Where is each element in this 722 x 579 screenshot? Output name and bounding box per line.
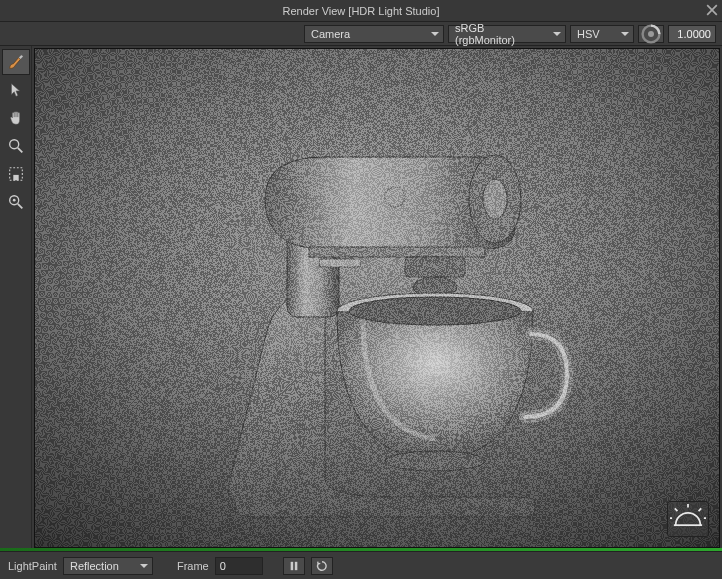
chevron-down-icon [140,564,148,568]
close-icon[interactable] [706,4,718,16]
svg-rect-4 [13,175,18,180]
brush-tool[interactable] [2,49,30,75]
zoom-tool[interactable] [2,133,30,159]
colorspace-dropdown-label: sRGB (rgbMonitor) [455,22,547,46]
svg-point-6 [13,199,16,202]
hand-tool[interactable] [2,105,30,131]
svg-point-2 [10,140,19,149]
render-noise [35,49,719,547]
pause-button[interactable] [283,557,305,575]
lightpaint-mode-value: Reflection [70,560,119,572]
camera-dropdown[interactable]: Camera [304,25,444,43]
svg-line-19 [675,508,678,511]
lightpaint-mode-dropdown[interactable]: Reflection [63,557,153,575]
svg-point-1 [648,31,654,37]
pointer-tool[interactable] [2,77,30,103]
left-toolbar [0,46,32,548]
frame-label: Frame [177,560,209,572]
render-viewport[interactable] [34,48,720,548]
svg-rect-24 [295,561,298,569]
top-toolbar: Camera sRGB (rgbMonitor) HSV [0,22,722,46]
sun-overlay-button[interactable] [667,501,709,537]
mode-label: LightPaint [8,560,57,572]
camera-dropdown-label: Camera [311,28,350,40]
chevron-down-icon [553,32,561,36]
colormode-dropdown[interactable]: HSV [570,25,634,43]
chevron-down-icon [431,32,439,36]
refresh-button[interactable] [311,557,333,575]
exposure-input[interactable] [668,25,716,43]
color-picker-button[interactable] [638,25,664,43]
bottom-toolbar: LightPaint Reflection Frame [0,551,722,579]
titlebar: Render View [HDR Light Studio] [0,0,722,22]
chevron-down-icon [621,32,629,36]
svg-line-20 [699,508,702,511]
colorspace-dropdown[interactable]: sRGB (rgbMonitor) [448,25,566,43]
render-image [35,49,719,547]
frame-input[interactable] [215,557,263,575]
colormode-dropdown-label: HSV [577,28,600,40]
pick-tool[interactable] [2,189,30,215]
window-title: Render View [HDR Light Studio] [283,5,440,17]
region-tool[interactable] [2,161,30,187]
svg-rect-23 [290,561,293,569]
